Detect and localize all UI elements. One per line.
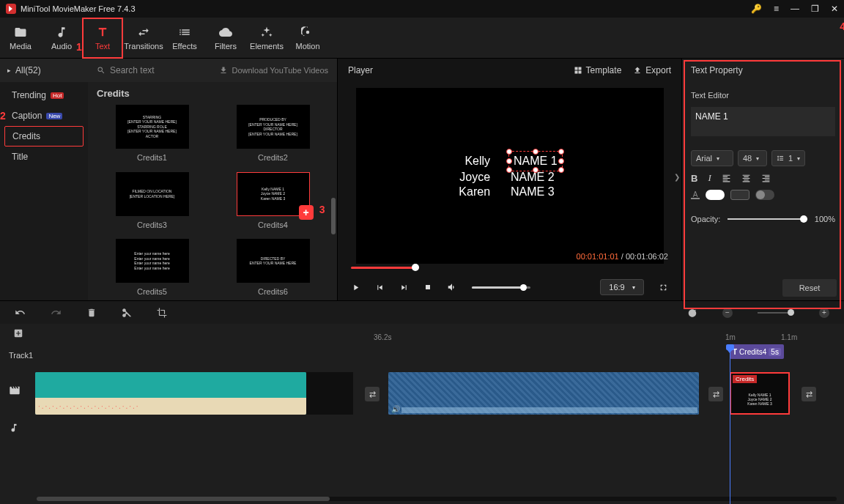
thumb-credits5[interactable]: Enter your name hereEnter your name here… xyxy=(103,239,201,300)
thumb-credits6[interactable]: DIRECTED BYENTER YOUR NAME HERECredits6 xyxy=(223,239,322,300)
align-right-button[interactable] xyxy=(761,174,771,183)
swap-icon xyxy=(137,26,150,39)
bold-button[interactable]: B xyxy=(691,173,697,184)
category-credits[interactable]: Credits xyxy=(4,126,84,147)
volume-slider[interactable] xyxy=(472,286,530,289)
expand-chevron-icon[interactable]: ❯ xyxy=(674,173,680,181)
redo-button[interactable] xyxy=(51,307,62,318)
tab-transitions[interactable]: Transitions xyxy=(123,18,164,59)
maximize-button[interactable]: ❐ xyxy=(811,4,819,14)
video-clip-credits[interactable]: Credits Kelly NAME 1 Joyce NAME 2 Karen … xyxy=(730,372,790,415)
crop-button[interactable] xyxy=(157,308,167,318)
app-title: MiniTool MovieMaker Free 7.4.3 xyxy=(21,4,751,13)
align-left-button[interactable] xyxy=(722,174,731,183)
add-media-icon[interactable] xyxy=(13,328,23,340)
opacity-value: 100% xyxy=(815,215,835,223)
thumb-credits2[interactable]: PRODUCED BY[ENTER YOUR NAME HERE]DIRECTO… xyxy=(223,105,322,166)
close-button[interactable]: ✕ xyxy=(831,4,838,14)
tab-elements[interactable]: Elements xyxy=(246,18,287,59)
download-youtube-button[interactable]: Download YouTube Videos xyxy=(219,66,329,75)
tab-filters[interactable]: Filters xyxy=(205,18,246,59)
category-title[interactable]: Title xyxy=(4,147,84,167)
audio-track[interactable] xyxy=(0,416,844,441)
aspect-ratio-select[interactable]: 16:9▾ xyxy=(600,279,644,295)
filter-all[interactable]: ▸ All(52) xyxy=(0,59,88,82)
highlight-label-icon[interactable] xyxy=(730,190,749,200)
video-clip-ocean[interactable]: 🔊 xyxy=(388,372,699,415)
highlight-toggle[interactable] xyxy=(755,190,774,200)
playhead[interactable] xyxy=(730,344,730,504)
speed-icon[interactable] xyxy=(687,308,697,318)
category-trending[interactable]: TrendingHot xyxy=(4,85,84,105)
text-track[interactable]: Track1 T Credits4 5s xyxy=(0,344,844,366)
undo-button[interactable] xyxy=(15,307,26,318)
tab-motion[interactable]: Motion xyxy=(287,18,328,59)
font-size-select[interactable]: 48▾ xyxy=(738,150,767,166)
progress-bar[interactable] xyxy=(338,261,681,274)
text-clip-credits4[interactable]: T Credits4 5s xyxy=(730,344,784,359)
category-caption[interactable]: 2CaptionNew xyxy=(4,105,84,126)
opacity-slider[interactable] xyxy=(728,218,807,220)
italic-button[interactable]: I xyxy=(708,172,711,184)
add-to-timeline-button[interactable]: + xyxy=(299,205,314,220)
zoom-slider[interactable] xyxy=(758,312,794,314)
thumb-credits3[interactable]: FILMED ON LOCATION[ENTER LOCATION HERE]C… xyxy=(103,172,201,234)
cloud-icon xyxy=(219,26,232,39)
video-track[interactable]: ⇄ 🔊 ⇄ Credits Kelly NAME 1 Joyce NAME 2 … xyxy=(0,366,844,416)
tab-effects[interactable]: Effects xyxy=(164,18,205,59)
template-icon xyxy=(574,66,582,75)
font-family-select[interactable]: Arial▾ xyxy=(691,150,733,166)
category-sidebar: ▸ All(52) TrendingHot2CaptionNewCreditsT… xyxy=(0,59,88,300)
transition-button-1[interactable]: ⇄ xyxy=(365,387,380,401)
fullscreen-button[interactable] xyxy=(659,283,668,292)
template-button[interactable]: Template xyxy=(574,65,622,75)
video-track-icon xyxy=(9,385,21,398)
volume-icon[interactable] xyxy=(447,282,457,292)
search-placeholder: Search text xyxy=(110,65,155,75)
tab-text[interactable]: Text1 xyxy=(82,18,123,59)
folder-icon xyxy=(14,26,27,39)
text-icon xyxy=(96,26,109,39)
split-button[interactable] xyxy=(122,308,132,318)
zoom-in-button[interactable]: + xyxy=(819,308,829,318)
text-property-panel: Text Property Text Editor NAME 1 Arial▾ … xyxy=(681,59,844,300)
zoom-out-button[interactable]: − xyxy=(722,308,733,318)
edit-toolbar: − + xyxy=(0,300,844,324)
timeline-scrollbar[interactable] xyxy=(37,497,837,501)
search-icon xyxy=(97,66,106,75)
transition-button-2[interactable]: ⇄ xyxy=(708,387,723,401)
search-input[interactable]: Search text xyxy=(97,65,219,75)
reset-button[interactable]: Reset xyxy=(782,279,837,297)
line-spacing-select[interactable]: 1▾ xyxy=(771,150,805,166)
delete-button[interactable] xyxy=(86,308,97,318)
opacity-label: Opacity: xyxy=(691,215,720,223)
tab-media[interactable]: Media xyxy=(0,18,41,59)
transition-button-3[interactable]: ⇄ xyxy=(802,387,816,401)
titlebar: MiniTool MovieMaker Free 7.4.3 🔑 ≡ — ❐ ✕ xyxy=(0,0,844,18)
timeline-ruler[interactable]: 36.2s 1m 1.1m xyxy=(0,324,844,344)
text-color-icon[interactable]: A xyxy=(691,190,700,199)
thumb-credits4[interactable]: Kelly NAME 1Joyce NAME 2Karen NAME 3+3Cr… xyxy=(223,172,322,234)
align-center-button[interactable] xyxy=(741,174,751,183)
hamburger-menu-icon[interactable]: ≡ xyxy=(774,4,779,14)
stop-button[interactable] xyxy=(423,283,432,292)
text-color-swatch[interactable] xyxy=(706,190,725,200)
timeline-panel: 36.2s 1m 1.1m Track1 T Credits4 5s ⇄ 🔊 xyxy=(0,324,844,504)
play-button[interactable] xyxy=(351,283,360,292)
app-logo-icon xyxy=(6,4,16,14)
audio-track-icon xyxy=(9,423,19,434)
license-key-icon[interactable]: 🔑 xyxy=(751,4,762,14)
player-canvas[interactable]: KellyNAME 1JoyceNAME 2KarenNAME 3 xyxy=(356,88,664,264)
clip-audio-waveform xyxy=(401,407,697,413)
video-clip-beach[interactable] xyxy=(35,372,306,415)
text-editor-input[interactable]: NAME 1 xyxy=(691,107,835,136)
gallery-scrollbar[interactable] xyxy=(331,198,336,234)
export-button[interactable]: Export xyxy=(633,65,671,75)
sparkle-icon xyxy=(260,26,273,39)
download-icon xyxy=(219,66,228,75)
music-icon xyxy=(55,26,68,39)
prev-frame-button[interactable] xyxy=(375,283,385,292)
thumb-credits1[interactable]: STARRING[ENTER YOUR NAME HERE]STARRING R… xyxy=(103,105,201,166)
next-frame-button[interactable] xyxy=(399,283,409,292)
minimize-button[interactable]: — xyxy=(791,4,799,14)
